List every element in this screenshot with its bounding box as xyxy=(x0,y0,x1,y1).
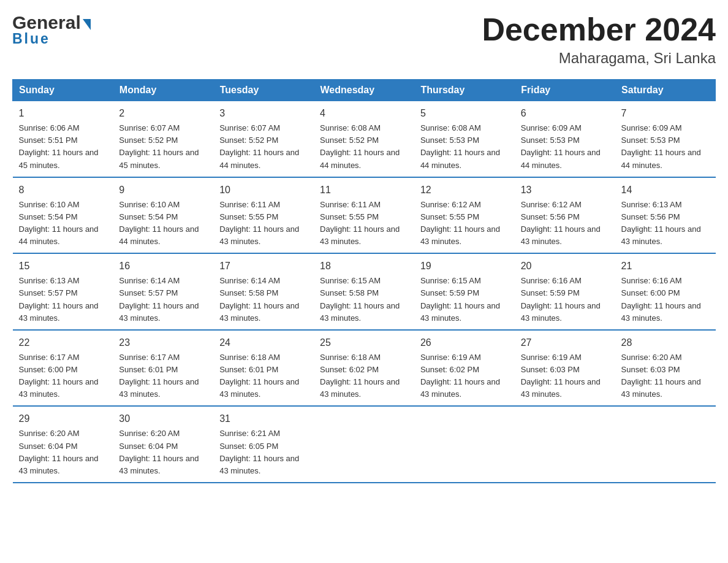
day-info: Sunrise: 6:21 AMSunset: 6:05 PMDaylight:… xyxy=(219,429,299,475)
calendar-cell: 12 Sunrise: 6:12 AMSunset: 5:55 PMDaylig… xyxy=(414,177,515,254)
calendar-week-4: 22 Sunrise: 6:17 AMSunset: 6:00 PMDaylig… xyxy=(13,330,716,407)
calendar-cell: 21 Sunrise: 6:16 AMSunset: 6:00 PMDaylig… xyxy=(615,253,716,330)
calendar-week-1: 1 Sunrise: 6:06 AMSunset: 5:51 PMDayligh… xyxy=(13,101,716,177)
calendar-cell: 31 Sunrise: 6:21 AMSunset: 6:05 PMDaylig… xyxy=(213,406,314,483)
calendar-cell: 4 Sunrise: 6:08 AMSunset: 5:52 PMDayligh… xyxy=(314,101,414,177)
logo-general-label: General xyxy=(12,12,81,33)
day-number: 14 xyxy=(621,183,710,197)
col-thursday: Thursday xyxy=(414,80,515,101)
page-header: General Blue December 2024 Maharagama, S… xyxy=(12,12,716,67)
day-info: Sunrise: 6:12 AMSunset: 5:55 PMDaylight:… xyxy=(420,200,500,246)
day-info: Sunrise: 6:20 AMSunset: 6:04 PMDaylight:… xyxy=(19,429,99,475)
day-info: Sunrise: 6:10 AMSunset: 5:54 PMDaylight:… xyxy=(19,200,99,246)
calendar-week-3: 15 Sunrise: 6:13 AMSunset: 5:57 PMDaylig… xyxy=(13,253,716,330)
day-info: Sunrise: 6:07 AMSunset: 5:52 PMDaylight:… xyxy=(119,123,199,169)
calendar-cell: 25 Sunrise: 6:18 AMSunset: 6:02 PMDaylig… xyxy=(314,330,414,407)
day-number: 24 xyxy=(219,335,308,350)
calendar-cell: 11 Sunrise: 6:11 AMSunset: 5:55 PMDaylig… xyxy=(314,177,414,254)
title-block: December 2024 Maharagama, Sri Lanka xyxy=(482,12,716,67)
day-info: Sunrise: 6:08 AMSunset: 5:53 PMDaylight:… xyxy=(420,123,500,169)
day-number: 20 xyxy=(521,259,609,274)
day-number: 13 xyxy=(521,183,609,197)
day-number: 29 xyxy=(19,412,107,426)
calendar-body: 1 Sunrise: 6:06 AMSunset: 5:51 PMDayligh… xyxy=(13,101,716,483)
day-info: Sunrise: 6:13 AMSunset: 5:56 PMDaylight:… xyxy=(621,200,701,246)
calendar-cell: 2 Sunrise: 6:07 AMSunset: 5:52 PMDayligh… xyxy=(113,101,213,177)
day-number: 28 xyxy=(621,335,710,350)
day-info: Sunrise: 6:16 AMSunset: 5:59 PMDaylight:… xyxy=(521,276,601,322)
day-number: 2 xyxy=(119,106,207,121)
calendar-cell: 9 Sunrise: 6:10 AMSunset: 5:54 PMDayligh… xyxy=(113,177,213,254)
calendar-week-2: 8 Sunrise: 6:10 AMSunset: 5:54 PMDayligh… xyxy=(13,177,716,254)
calendar-cell: 7 Sunrise: 6:09 AMSunset: 5:53 PMDayligh… xyxy=(615,101,716,177)
logo: General Blue xyxy=(12,12,91,47)
day-number: 25 xyxy=(320,335,408,350)
calendar-header: Sunday Monday Tuesday Wednesday Thursday… xyxy=(13,80,716,101)
calendar-cell xyxy=(414,406,515,483)
col-friday: Friday xyxy=(515,80,615,101)
day-info: Sunrise: 6:20 AMSunset: 6:04 PMDaylight:… xyxy=(119,429,199,475)
day-number: 3 xyxy=(219,106,308,121)
day-number: 31 xyxy=(219,412,308,426)
day-info: Sunrise: 6:10 AMSunset: 5:54 PMDaylight:… xyxy=(119,200,199,246)
calendar-cell: 17 Sunrise: 6:14 AMSunset: 5:58 PMDaylig… xyxy=(213,253,314,330)
calendar-cell: 30 Sunrise: 6:20 AMSunset: 6:04 PMDaylig… xyxy=(113,406,213,483)
day-info: Sunrise: 6:09 AMSunset: 5:53 PMDaylight:… xyxy=(521,123,601,169)
calendar-cell: 16 Sunrise: 6:14 AMSunset: 5:57 PMDaylig… xyxy=(113,253,213,330)
calendar-cell: 10 Sunrise: 6:11 AMSunset: 5:55 PMDaylig… xyxy=(213,177,314,254)
day-info: Sunrise: 6:11 AMSunset: 5:55 PMDaylight:… xyxy=(219,200,299,246)
day-number: 18 xyxy=(320,259,408,274)
day-info: Sunrise: 6:19 AMSunset: 6:03 PMDaylight:… xyxy=(521,353,601,399)
calendar-cell: 27 Sunrise: 6:19 AMSunset: 6:03 PMDaylig… xyxy=(515,330,615,407)
day-number: 4 xyxy=(320,106,408,121)
calendar-cell xyxy=(314,406,414,483)
day-number: 21 xyxy=(621,259,710,274)
calendar-cell: 1 Sunrise: 6:06 AMSunset: 5:51 PMDayligh… xyxy=(13,101,113,177)
day-number: 9 xyxy=(119,183,207,197)
calendar-cell: 5 Sunrise: 6:08 AMSunset: 5:53 PMDayligh… xyxy=(414,101,515,177)
col-saturday: Saturday xyxy=(615,80,716,101)
day-info: Sunrise: 6:19 AMSunset: 6:02 PMDaylight:… xyxy=(420,353,500,399)
calendar-cell: 19 Sunrise: 6:15 AMSunset: 5:59 PMDaylig… xyxy=(414,253,515,330)
day-info: Sunrise: 6:17 AMSunset: 6:00 PMDaylight:… xyxy=(19,353,99,399)
calendar-cell: 3 Sunrise: 6:07 AMSunset: 5:52 PMDayligh… xyxy=(213,101,314,177)
header-row: Sunday Monday Tuesday Wednesday Thursday… xyxy=(13,80,716,101)
col-tuesday: Tuesday xyxy=(213,80,314,101)
calendar-table: Sunday Monday Tuesday Wednesday Thursday… xyxy=(12,79,716,483)
day-number: 26 xyxy=(420,335,509,350)
day-number: 30 xyxy=(119,412,207,426)
day-info: Sunrise: 6:17 AMSunset: 6:01 PMDaylight:… xyxy=(119,353,199,399)
logo-general-text: General xyxy=(12,12,91,33)
calendar-cell: 18 Sunrise: 6:15 AMSunset: 5:58 PMDaylig… xyxy=(314,253,414,330)
day-number: 7 xyxy=(621,106,710,121)
logo-blue-label: Blue xyxy=(12,31,50,47)
day-number: 15 xyxy=(19,259,107,274)
day-info: Sunrise: 6:15 AMSunset: 5:58 PMDaylight:… xyxy=(320,276,400,322)
calendar-cell: 14 Sunrise: 6:13 AMSunset: 5:56 PMDaylig… xyxy=(615,177,716,254)
day-number: 5 xyxy=(420,106,509,121)
calendar-cell xyxy=(515,406,615,483)
day-number: 10 xyxy=(219,183,308,197)
calendar-title: December 2024 xyxy=(482,12,716,47)
calendar-subtitle: Maharagama, Sri Lanka xyxy=(482,50,716,67)
logo-triangle-icon xyxy=(83,19,91,30)
day-info: Sunrise: 6:18 AMSunset: 6:02 PMDaylight:… xyxy=(320,353,400,399)
day-info: Sunrise: 6:07 AMSunset: 5:52 PMDaylight:… xyxy=(219,123,299,169)
day-info: Sunrise: 6:11 AMSunset: 5:55 PMDaylight:… xyxy=(320,200,400,246)
day-info: Sunrise: 6:13 AMSunset: 5:57 PMDaylight:… xyxy=(19,276,99,322)
day-number: 6 xyxy=(521,106,609,121)
day-info: Sunrise: 6:18 AMSunset: 6:01 PMDaylight:… xyxy=(219,353,299,399)
day-number: 19 xyxy=(420,259,509,274)
day-info: Sunrise: 6:12 AMSunset: 5:56 PMDaylight:… xyxy=(521,200,601,246)
day-number: 8 xyxy=(19,183,107,197)
calendar-cell: 8 Sunrise: 6:10 AMSunset: 5:54 PMDayligh… xyxy=(13,177,113,254)
day-number: 27 xyxy=(521,335,609,350)
col-sunday: Sunday xyxy=(13,80,113,101)
calendar-cell: 28 Sunrise: 6:20 AMSunset: 6:03 PMDaylig… xyxy=(615,330,716,407)
calendar-cell: 29 Sunrise: 6:20 AMSunset: 6:04 PMDaylig… xyxy=(13,406,113,483)
day-info: Sunrise: 6:20 AMSunset: 6:03 PMDaylight:… xyxy=(621,353,701,399)
calendar-cell: 24 Sunrise: 6:18 AMSunset: 6:01 PMDaylig… xyxy=(213,330,314,407)
day-info: Sunrise: 6:09 AMSunset: 5:53 PMDaylight:… xyxy=(621,123,701,169)
calendar-cell: 26 Sunrise: 6:19 AMSunset: 6:02 PMDaylig… xyxy=(414,330,515,407)
day-number: 11 xyxy=(320,183,408,197)
